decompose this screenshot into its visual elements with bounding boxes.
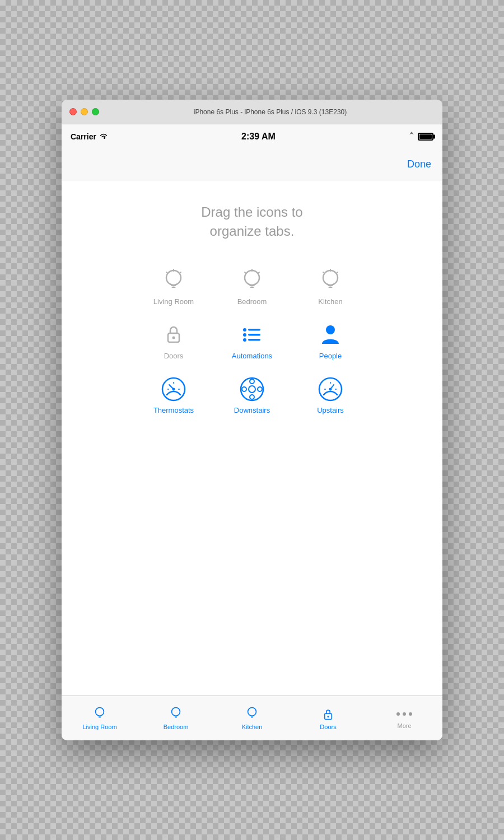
tab-item-living-room[interactable]: Living Room: [62, 706, 138, 730]
mac-titlebar: iPhone 6s Plus - iPhone 6s Plus / iOS 9.…: [62, 100, 442, 124]
grid-label-people: People: [319, 352, 342, 360]
grid-item-people[interactable]: People: [291, 323, 370, 360]
tab-lock-icon-doors: [322, 706, 334, 722]
main-content: Drag the icons to organize tabs.: [62, 180, 442, 696]
svg-point-45: [96, 707, 104, 716]
carrier-name: Carrier: [71, 132, 96, 141]
done-button[interactable]: Done: [407, 158, 431, 170]
svg-point-0: [166, 270, 181, 285]
svg-point-37: [242, 387, 246, 391]
grid-item-upstairs[interactable]: Upstairs: [291, 377, 370, 414]
svg-line-11: [245, 272, 246, 273]
tab-bar: Living Room Bedroom Kitchen: [62, 696, 442, 740]
bulb-icon: [318, 268, 343, 293]
grid-label-thermostats: Thermostats: [153, 406, 194, 414]
svg-point-6: [245, 270, 259, 285]
svg-point-48: [172, 707, 180, 716]
svg-point-24: [243, 338, 246, 342]
svg-point-34: [249, 386, 255, 393]
tab-item-doors[interactable]: Doors: [290, 706, 366, 730]
svg-point-20: [243, 328, 246, 332]
grid-label-doors: Doors: [164, 352, 184, 360]
svg-point-55: [327, 716, 329, 717]
svg-point-41: [329, 388, 332, 391]
svg-line-4: [180, 272, 181, 273]
svg-rect-14: [329, 287, 333, 288]
grid-label-upstairs: Upstairs: [317, 406, 344, 414]
svg-rect-8: [250, 287, 254, 288]
svg-rect-46: [99, 716, 101, 717]
svg-rect-23: [248, 334, 260, 336]
svg-rect-7: [250, 284, 254, 286]
grid-label-downstairs: Downstairs: [234, 406, 270, 414]
svg-rect-1: [171, 284, 176, 286]
statusbar-right: [409, 132, 433, 142]
mac-window-buttons: [69, 108, 99, 115]
instruction-text: Drag the icons to organize tabs.: [201, 203, 302, 240]
tab-bulb-icon-kitchen: [245, 706, 259, 722]
grid-item-kitchen[interactable]: Kitchen: [291, 268, 370, 306]
svg-rect-13: [328, 284, 333, 286]
grid-label-automations: Automations: [232, 352, 272, 360]
window-title: iPhone 6s Plus - iPhone 6s Plus / iOS 9.…: [106, 108, 435, 116]
list-icon: [240, 323, 264, 347]
iphone-frame: Carrier 2:39 AM: [62, 124, 442, 740]
grid-item-living-room[interactable]: Living Room: [134, 268, 213, 306]
svg-point-38: [258, 387, 262, 391]
lock-icon: [161, 323, 186, 347]
svg-point-22: [243, 333, 246, 337]
grid-item-doors[interactable]: Doors: [134, 323, 213, 360]
grid-label-bedroom: Bedroom: [237, 297, 267, 306]
svg-point-35: [250, 379, 254, 384]
tab-label-more: More: [397, 722, 411, 729]
more-dots-icon: [396, 707, 412, 721]
battery-icon: [418, 133, 433, 141]
svg-line-5: [166, 272, 167, 273]
thermostat-icon: [161, 377, 186, 402]
person-icon: [318, 323, 343, 347]
svg-rect-49: [175, 716, 178, 717]
grid-item-bedroom[interactable]: Bedroom: [213, 268, 291, 306]
close-button[interactable]: [69, 108, 77, 115]
tab-bulb-icon-bedroom: [169, 706, 183, 722]
bulb-icon: [240, 268, 264, 293]
status-time: 2:39 AM: [108, 132, 409, 142]
svg-rect-25: [248, 339, 260, 341]
minimize-button[interactable]: [81, 108, 88, 115]
tab-item-bedroom[interactable]: Bedroom: [138, 706, 214, 730]
bulb-icon: [161, 268, 186, 293]
svg-line-17: [323, 272, 324, 273]
reel-icon: [240, 377, 264, 402]
tab-label-living-room: Living Room: [82, 724, 116, 730]
svg-line-16: [337, 272, 338, 273]
grid-label-living-room: Living Room: [153, 297, 194, 306]
maximize-button[interactable]: [92, 108, 99, 115]
nav-bar: Done: [62, 149, 442, 180]
thermostat2-icon: [318, 377, 343, 402]
mac-window: iPhone 6s Plus - iPhone 6s Plus / iOS 9.…: [62, 100, 442, 740]
tab-bulb-icon-living-room: [93, 706, 106, 722]
ios-statusbar: Carrier 2:39 AM: [62, 124, 442, 149]
wifi-icon: [99, 132, 108, 141]
carrier-info: Carrier: [71, 132, 108, 141]
svg-rect-53: [251, 717, 253, 717]
location-icon: [409, 132, 414, 142]
battery-fill: [419, 134, 432, 139]
svg-point-29: [172, 388, 175, 391]
svg-rect-21: [248, 329, 260, 331]
grid-item-automations[interactable]: Automations: [213, 323, 291, 360]
svg-rect-47: [99, 717, 101, 717]
tab-item-more[interactable]: More: [366, 707, 442, 729]
svg-point-26: [326, 325, 335, 334]
svg-point-33: [241, 378, 263, 400]
grid-item-downstairs[interactable]: Downstairs: [213, 377, 291, 414]
svg-point-19: [172, 337, 175, 339]
svg-point-36: [250, 395, 254, 399]
grid-item-thermostats[interactable]: Thermostats: [134, 377, 213, 414]
tab-label-kitchen: Kitchen: [242, 724, 263, 730]
svg-rect-50: [175, 717, 177, 717]
svg-point-51: [248, 707, 256, 716]
svg-rect-52: [251, 716, 254, 717]
tab-item-kitchen[interactable]: Kitchen: [214, 706, 290, 730]
tab-label-doors: Doors: [320, 724, 336, 730]
